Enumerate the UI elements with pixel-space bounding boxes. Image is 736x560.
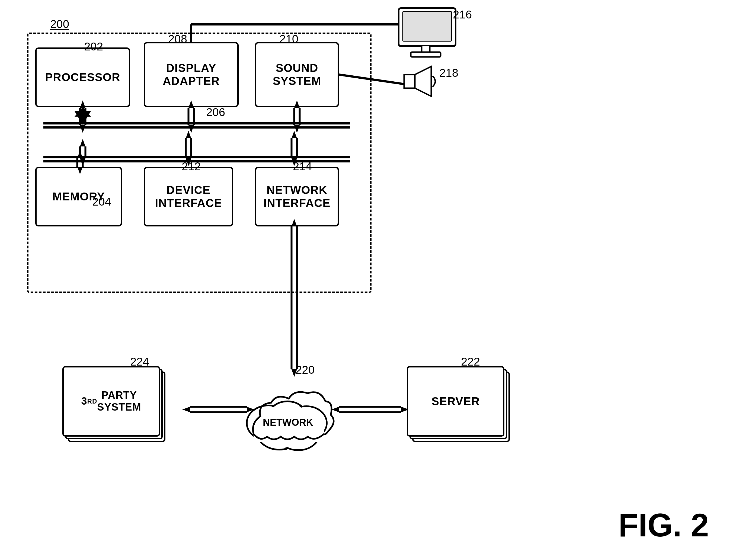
device-interface-box: DEVICEINTERFACE (144, 167, 233, 226)
svg-text:NETWORK: NETWORK (263, 417, 313, 428)
processor-box: PROCESSOR (35, 47, 130, 107)
label-200: 200 (50, 18, 69, 31)
ref-218: 218 (439, 66, 458, 79)
ref-220: 220 (296, 363, 315, 376)
ref-208: 208 (168, 33, 187, 46)
svg-marker-48 (182, 407, 190, 412)
svg-rect-54 (403, 11, 452, 41)
sound-system-box: SOUNDSYSTEM (255, 42, 339, 107)
speaker-icon (401, 65, 437, 98)
monitor-icon (396, 5, 461, 60)
network-cloud: NETWORK (236, 369, 339, 456)
svg-marker-58 (415, 66, 431, 96)
ref-206: 206 (206, 106, 225, 119)
svg-rect-57 (404, 75, 415, 88)
ref-216: 216 (453, 8, 472, 21)
ref-204: 204 (92, 195, 111, 208)
figure-label: FIG. 2 (619, 506, 709, 544)
network-interface-box: NETWORKINTERFACE (255, 167, 339, 226)
display-adapter-box: DISPLAYADAPTER (144, 42, 239, 107)
ref-210: 210 (279, 33, 298, 46)
svg-rect-56 (411, 52, 441, 57)
ref-214: 214 (293, 160, 312, 173)
ref-212: 212 (182, 160, 201, 173)
diagram-container: 200 PROCESSOR 202 DISPLAYADAPTER 208 SOU… (0, 0, 736, 560)
ref-202: 202 (84, 40, 103, 53)
